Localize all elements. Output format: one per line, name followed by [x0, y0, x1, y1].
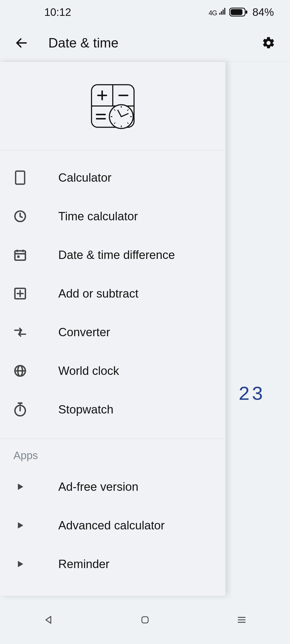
nav-item-label: Time calculator — [58, 210, 138, 223]
nav-home-button[interactable] — [136, 610, 154, 629]
nav-item-label: Stopwatch — [58, 403, 113, 416]
play-icon — [12, 479, 28, 495]
calculator-icon — [12, 170, 28, 186]
app-bar: Date & time — [0, 24, 290, 62]
nav-item-ad-free[interactable]: Ad-free version — [0, 467, 225, 506]
nav-item-calculator[interactable]: Calculator — [0, 158, 225, 197]
calendar-icon — [12, 247, 28, 263]
status-right: 4G 84% — [209, 6, 274, 18]
svg-rect-22 — [16, 171, 25, 184]
globe-icon — [12, 363, 28, 379]
arrows-icon — [12, 324, 28, 340]
square-home-icon — [140, 614, 150, 625]
arrow-left-icon — [15, 36, 28, 50]
battery-percentage: 84% — [252, 6, 274, 18]
svg-rect-1 — [231, 9, 242, 15]
menu-recents-icon — [236, 614, 248, 626]
background-value-peek: 23 — [238, 384, 265, 406]
settings-button[interactable] — [260, 35, 277, 51]
play-icon — [12, 517, 28, 533]
nav-recents-button[interactable] — [232, 610, 251, 629]
page-title: Date & time — [48, 35, 260, 51]
battery-icon — [229, 7, 248, 17]
navigation-drawer: Calculator Time calculator Date & time d… — [0, 62, 226, 596]
signal-icon — [219, 7, 227, 15]
nav-item-label: Reminder — [58, 557, 110, 571]
nav-back-button[interactable] — [39, 610, 58, 629]
nav-item-label: Converter — [58, 325, 110, 339]
network-indicator: 4G — [209, 7, 227, 17]
nav-item-time-calculator[interactable]: Time calculator — [0, 197, 225, 236]
section-divider — [0, 438, 225, 439]
nav-item-world-clock[interactable]: World clock — [0, 352, 225, 390]
play-icon — [12, 556, 28, 572]
drawer-main-list: Calculator Time calculator Date & time d… — [0, 150, 225, 437]
nav-item-label: Calculator — [58, 171, 111, 184]
nav-item-advanced-calculator[interactable]: Advanced calculator — [0, 506, 225, 545]
nav-item-label: Advanced calculator — [58, 519, 165, 532]
svg-rect-39 — [142, 617, 148, 623]
clock-icon — [12, 208, 28, 224]
drawer-apps-list: Ad-free version Advanced calculator Remi… — [0, 465, 225, 591]
nav-item-add-subtract[interactable]: Add or subtract — [0, 274, 225, 313]
gear-icon — [262, 36, 276, 50]
nav-item-label: Date & time difference — [58, 248, 175, 262]
plus-box-icon — [12, 286, 28, 302]
svg-rect-28 — [17, 255, 20, 258]
svg-rect-2 — [246, 10, 247, 14]
triangle-back-icon — [42, 614, 54, 626]
status-time: 10:12 — [44, 6, 71, 18]
nav-item-label: Ad-free version — [58, 480, 138, 493]
nav-item-reminder[interactable]: Reminder — [0, 545, 225, 583]
back-button[interactable] — [13, 35, 30, 51]
drawer-header — [0, 62, 225, 150]
stopwatch-icon — [12, 401, 28, 418]
nav-item-stopwatch[interactable]: Stopwatch — [0, 390, 225, 429]
nav-item-date-time-difference[interactable]: Date & time difference — [0, 236, 225, 274]
nav-item-label: World clock — [58, 364, 119, 378]
app-logo-icon — [87, 80, 138, 131]
nav-item-converter[interactable]: Converter — [0, 313, 225, 352]
nav-item-label: Add or subtract — [58, 287, 138, 300]
status-bar: 10:12 4G 84% — [0, 0, 290, 24]
system-nav-bar — [0, 596, 290, 644]
svg-rect-24 — [15, 251, 26, 260]
section-title-apps: Apps — [0, 440, 225, 465]
